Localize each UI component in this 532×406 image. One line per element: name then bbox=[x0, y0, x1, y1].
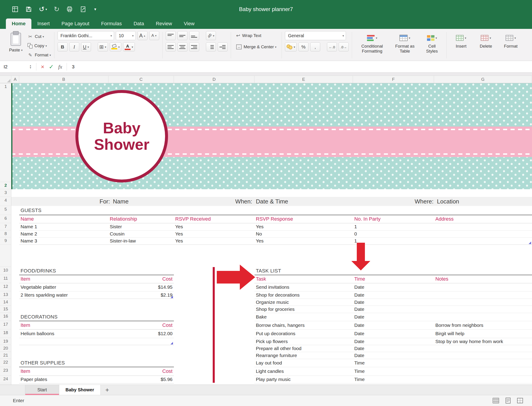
cell[interactable]: Relationship bbox=[110, 215, 137, 223]
print-icon[interactable] bbox=[66, 6, 73, 13]
cell[interactable]: Light candles bbox=[256, 367, 284, 376]
align-top-button[interactable] bbox=[166, 31, 176, 40]
sheet-tab-start[interactable]: Start bbox=[25, 385, 59, 395]
ribbon-tab-page-layout[interactable]: Page Layout bbox=[56, 19, 95, 29]
format-cells-button[interactable]: ▾ Format bbox=[500, 31, 522, 59]
insert-function-button[interactable]: fx bbox=[56, 64, 64, 69]
row-header-23[interactable]: 23 bbox=[0, 367, 11, 376]
cell[interactable]: Rearrange furniture bbox=[256, 352, 297, 359]
cell[interactable]: Date bbox=[354, 329, 364, 338]
cell[interactable]: Bake bbox=[256, 313, 267, 321]
cell-styles-button[interactable]: ▾ Cell Styles bbox=[421, 31, 443, 59]
increase-decimal-button[interactable]: ←.0 bbox=[327, 42, 337, 51]
sheet-tab-baby-shower[interactable]: Baby Shower bbox=[59, 385, 101, 395]
name-box-stepper[interactable]: ▲▼ bbox=[29, 65, 32, 69]
row-header-4[interactable]: 4 bbox=[0, 197, 11, 206]
row-header-20[interactable]: 20 bbox=[0, 345, 11, 352]
cell[interactable]: Time bbox=[354, 359, 365, 367]
cell[interactable]: RSVP Response bbox=[256, 215, 293, 223]
cell[interactable]: Shop for groceries bbox=[256, 306, 295, 313]
cell[interactable]: Lay out food bbox=[256, 359, 282, 367]
print-preview-icon[interactable] bbox=[80, 6, 86, 13]
row-header-11[interactable]: 11 bbox=[0, 275, 11, 283]
row-header-spacer[interactable] bbox=[0, 245, 11, 267]
font-family-select[interactable]: Franklin Gothi...▾ bbox=[58, 31, 114, 40]
cell[interactable]: $12.00 bbox=[100, 329, 172, 338]
page-break-view-icon[interactable] bbox=[517, 398, 523, 403]
column-header-A[interactable]: A bbox=[11, 76, 19, 83]
row-header-19[interactable]: 19 bbox=[0, 338, 11, 345]
wrap-text-button[interactable]: ↩Wrap Text bbox=[234, 31, 263, 40]
cell[interactable]: Date bbox=[354, 306, 364, 313]
font-color-button[interactable]: A▾ bbox=[123, 42, 135, 51]
cell[interactable]: TASK LIST bbox=[256, 267, 281, 275]
cell[interactable]: Birgit will help bbox=[435, 329, 464, 338]
row-header-18[interactable]: 18 bbox=[0, 329, 11, 338]
cell[interactable]: Date bbox=[354, 313, 364, 321]
stepper-down-icon[interactable]: ▼ bbox=[29, 67, 32, 69]
row-header-14[interactable]: 14 bbox=[0, 299, 11, 306]
ribbon-tab-view[interactable]: View bbox=[178, 19, 200, 29]
row-header-21[interactable]: 21 bbox=[0, 352, 11, 359]
cell[interactable]: Date bbox=[354, 321, 364, 329]
cell[interactable]: Item bbox=[21, 321, 30, 329]
cancel-button[interactable]: × bbox=[39, 64, 46, 70]
undo-icon[interactable]: ↺▾ bbox=[39, 6, 47, 13]
cell[interactable]: Prepare all other food bbox=[256, 345, 301, 352]
format-as-table-button[interactable]: ▾ Format as Table bbox=[391, 31, 419, 59]
orientation-button[interactable]: ab▾ bbox=[206, 31, 216, 40]
cell[interactable]: 1 bbox=[354, 223, 357, 230]
cell[interactable]: 0 bbox=[354, 230, 357, 237]
decrease-decimal-button[interactable]: .0→ bbox=[339, 42, 349, 51]
ribbon-tab-home[interactable]: Home bbox=[6, 19, 31, 29]
cell[interactable]: Cousin bbox=[110, 230, 124, 237]
number-format-select[interactable]: General▾ bbox=[285, 31, 346, 40]
font-size-select[interactable]: 10▾ bbox=[116, 31, 136, 40]
select-all-corner[interactable] bbox=[0, 76, 11, 83]
workbook-icon[interactable] bbox=[12, 6, 19, 13]
increase-font-size-button[interactable]: A▲ bbox=[137, 31, 147, 40]
cell[interactable]: Name 2 bbox=[21, 230, 37, 237]
cell[interactable]: Yes bbox=[175, 230, 183, 237]
cut-button[interactable]: ✂Cut▾ bbox=[28, 33, 51, 40]
column-header-E[interactable]: E bbox=[255, 76, 353, 83]
accounting-format-button[interactable]: ▾ bbox=[285, 42, 297, 51]
cell[interactable]: Pick up flowers bbox=[256, 338, 288, 345]
row-header-2[interactable]: 2 bbox=[0, 182, 11, 189]
cell[interactable]: Cost bbox=[100, 321, 172, 329]
underline-button[interactable]: U▾ bbox=[81, 42, 91, 51]
row-header-24[interactable]: 24 bbox=[0, 376, 11, 383]
cell[interactable]: Sister-in-law bbox=[110, 237, 136, 245]
cell[interactable]: Stop by on way home from work bbox=[435, 338, 503, 345]
row-header-8[interactable]: 8 bbox=[0, 230, 11, 237]
cell[interactable]: Yes bbox=[256, 237, 263, 245]
cell[interactable]: Date bbox=[354, 338, 364, 345]
align-middle-button[interactable] bbox=[178, 31, 187, 40]
cell[interactable]: $2.19 bbox=[100, 291, 172, 299]
column-header-G[interactable]: G bbox=[434, 76, 532, 83]
align-bottom-button[interactable] bbox=[189, 31, 199, 40]
cell[interactable]: $14.95 bbox=[100, 283, 172, 291]
cell[interactable]: RSVP Received bbox=[175, 215, 211, 223]
row-header-16[interactable]: 16 bbox=[0, 313, 11, 321]
column-header-D[interactable]: D bbox=[174, 76, 255, 83]
cell[interactable]: Cost bbox=[100, 367, 172, 376]
borders-button[interactable]: ⊞▾ bbox=[98, 42, 108, 51]
formula-input[interactable]: 3 bbox=[72, 64, 75, 69]
row-header-3[interactable]: 3 bbox=[0, 189, 11, 197]
percent-style-button[interactable]: % bbox=[299, 42, 308, 51]
when-value[interactable]: Date & Time bbox=[256, 197, 288, 206]
cell[interactable]: Put up decorations bbox=[256, 329, 295, 338]
cell[interactable]: Name bbox=[21, 215, 34, 223]
column-header-C[interactable]: C bbox=[108, 76, 174, 83]
undo-caret[interactable]: ▾ bbox=[45, 8, 47, 11]
ribbon-tab-review[interactable]: Review bbox=[150, 19, 178, 29]
cell[interactable]: Date bbox=[354, 291, 364, 299]
ribbon-tab-data[interactable]: Data bbox=[127, 19, 150, 29]
page-layout-view-icon[interactable] bbox=[505, 398, 511, 404]
cell[interactable]: Task bbox=[256, 275, 266, 283]
cell[interactable]: 2 liters sparkling water bbox=[21, 291, 68, 299]
cell[interactable]: Yes bbox=[175, 223, 183, 230]
cell[interactable]: 1 bbox=[354, 237, 357, 245]
cell[interactable]: Borrow chairs, hangers bbox=[256, 321, 305, 329]
